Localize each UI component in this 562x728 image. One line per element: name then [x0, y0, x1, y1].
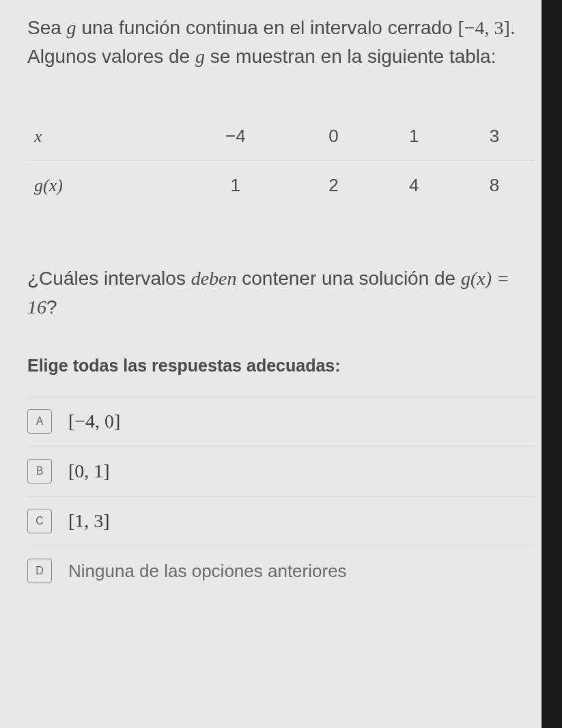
- table-row-x: x −4 0 1 3: [27, 112, 535, 161]
- option-key-d: D: [27, 559, 52, 583]
- intro-interval: [−4, 3]: [458, 17, 509, 38]
- intro-text-4: se muestran en la siguiente tabla:: [205, 46, 496, 67]
- instruction-text: Elige todas las respuestas adecuadas:: [27, 356, 535, 376]
- question-deben: deben: [191, 268, 237, 289]
- table-cell: 8: [454, 161, 535, 210]
- table-cell: 0: [294, 112, 374, 161]
- table-cell: 2: [294, 161, 374, 210]
- question-part2: contener una solución de: [237, 268, 461, 289]
- table-cell: 1: [374, 112, 454, 161]
- option-key-b: B: [27, 459, 52, 484]
- table-cell: 1: [178, 161, 294, 210]
- option-text-d: Ninguna de las opciones anteriores: [68, 561, 347, 582]
- intro-text-1: Sea: [27, 17, 67, 38]
- table-cell: 4: [374, 161, 454, 210]
- question-part1: ¿Cuáles intervalos: [27, 268, 191, 289]
- option-d[interactable]: D Ninguna de las opciones anteriores: [27, 546, 535, 596]
- option-key-a: A: [27, 409, 52, 434]
- option-key-c: C: [27, 509, 52, 533]
- option-text-b: [0, 1]: [68, 460, 110, 482]
- option-b[interactable]: B [0, 1]: [27, 446, 535, 496]
- table-cell: 3: [454, 112, 535, 161]
- option-text-a: [−4, 0]: [68, 410, 120, 432]
- table-header-x: x: [27, 112, 178, 161]
- table-cell: −4: [178, 112, 294, 161]
- question-text: ¿Cuáles intervalos deben contener una so…: [27, 264, 535, 322]
- values-table: x −4 0 1 3 g(x) 1 2 4 8: [27, 112, 535, 210]
- table-header-gx: g(x): [27, 161, 178, 210]
- option-text-c: [1, 3]: [68, 510, 110, 532]
- intro-text-2: una función continua en el intervalo cer…: [76, 17, 458, 38]
- intro-g: g: [67, 17, 76, 38]
- problem-intro: Sea g una función continua en el interva…: [27, 14, 535, 71]
- option-a[interactable]: A [−4, 0]: [27, 396, 535, 446]
- option-c[interactable]: C [1, 3]: [27, 496, 535, 546]
- right-dark-bar: [542, 0, 562, 728]
- table-row-gx: g(x) 1 2 4 8: [27, 161, 535, 210]
- question-qmark: ?: [46, 296, 57, 318]
- intro-g2: g: [195, 46, 205, 67]
